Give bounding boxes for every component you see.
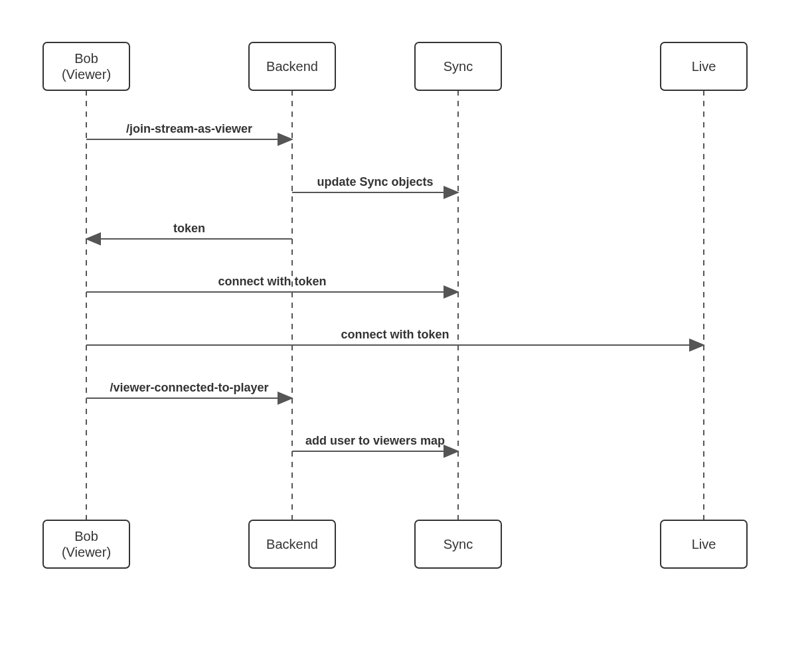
message-4: connect with token [86,328,704,345]
actor-label: Backend [266,537,318,551]
sequence-diagram: /join-stream-as-viewerupdate Sync object… [0,0,812,649]
message-label: /join-stream-as-viewer [126,122,252,135]
actor-label: Live [692,537,716,551]
message-0: /join-stream-as-viewer [86,122,292,139]
actor-label: Backend [266,59,318,74]
actor-label: Sync [444,59,473,74]
lifelines [86,90,704,520]
messages: /join-stream-as-viewerupdate Sync object… [86,122,704,451]
message-label: /viewer-connected-to-player [110,381,268,394]
actor-sync-bottom: Sync [415,520,501,568]
message-3: connect with token [86,275,458,292]
actor-backend-bottom: Backend [249,520,335,568]
actor-label: Sync [444,537,473,551]
actor-label: Live [692,59,716,74]
actor-box [43,42,129,90]
actor-bob-top: Bob(Viewer) [43,42,129,90]
actor-live-top: Live [661,42,747,90]
message-6: add user to viewers map [292,434,458,451]
actor-label-line1: Bob [74,51,98,66]
message-1: update Sync objects [292,175,458,192]
actor-bob-bottom: Bob(Viewer) [43,520,129,568]
actor-backend-top: Backend [249,42,335,90]
actor-label-line1: Bob [74,529,98,543]
message-5: /viewer-connected-to-player [86,381,292,398]
actor-sync-top: Sync [415,42,501,90]
actor-live-bottom: Live [661,520,747,568]
message-label: connect with token [218,275,326,288]
actors-top: Bob(Viewer)BackendSyncLive [43,42,747,90]
actors-bottom: Bob(Viewer)BackendSyncLive [43,520,747,568]
actor-label-line2: (Viewer) [62,67,111,82]
message-label: connect with token [341,328,449,341]
message-label: update Sync objects [317,175,433,188]
actor-box [43,520,129,568]
message-label: token [173,222,205,235]
actor-label-line2: (Viewer) [62,545,111,559]
message-2: token [86,222,292,239]
message-label: add user to viewers map [305,434,445,447]
